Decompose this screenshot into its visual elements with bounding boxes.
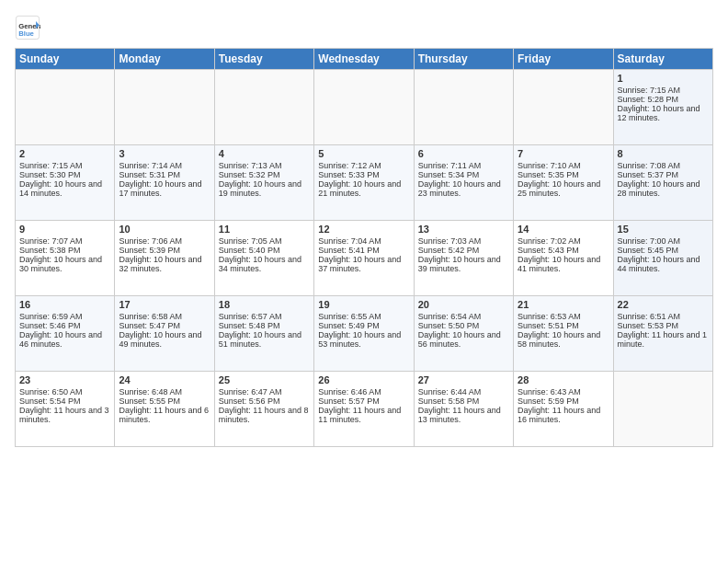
day-info: Daylight: 10 hours and 21 minutes. [318,179,409,198]
day-info: Sunset: 5:40 PM [219,246,310,255]
day-info: Sunset: 5:50 PM [418,321,509,330]
day-info: Daylight: 10 hours and 58 minutes. [518,330,609,349]
weekday-header-sunday: Sunday [16,49,115,70]
day-info: Daylight: 10 hours and 46 minutes. [19,330,110,349]
calendar-cell: 10Sunrise: 7:06 AMSunset: 5:39 PMDayligh… [115,221,214,296]
day-number: 12 [318,224,409,235]
calendar-week-0: 1Sunrise: 7:15 AMSunset: 5:28 PMDaylight… [16,70,713,145]
day-info: Sunrise: 6:54 AM [418,312,509,321]
day-info: Sunset: 5:41 PM [318,246,409,255]
day-info: Daylight: 11 hours and 13 minutes. [418,406,509,424]
day-info: Sunset: 5:51 PM [518,321,609,330]
day-info: Daylight: 11 hours and 8 minutes. [219,406,310,424]
calendar-week-1: 2Sunrise: 7:15 AMSunset: 5:30 PMDaylight… [16,145,713,221]
day-info: Sunrise: 7:02 AM [518,236,609,246]
calendar-cell [16,70,115,145]
day-number: 8 [618,148,709,159]
day-number: 23 [19,374,110,385]
calendar-cell: 4Sunrise: 7:13 AMSunset: 5:32 PMDaylight… [214,145,313,221]
day-info: Sunrise: 6:53 AM [518,312,609,321]
day-info: Sunset: 5:47 PM [119,321,210,330]
day-info: Sunrise: 6:46 AM [318,387,409,396]
day-info: Daylight: 10 hours and 44 minutes. [618,255,709,273]
weekday-header-saturday: Saturday [613,49,712,70]
calendar-cell: 5Sunrise: 7:12 AMSunset: 5:33 PMDaylight… [314,145,414,221]
day-info: Sunrise: 7:10 AM [518,161,609,170]
day-number: 1 [618,73,709,84]
day-number: 18 [219,299,310,310]
calendar-cell: 9Sunrise: 7:07 AMSunset: 5:38 PMDaylight… [16,221,115,296]
day-info: Daylight: 10 hours and 56 minutes. [418,330,509,349]
day-number: 28 [518,374,609,385]
day-info: Daylight: 10 hours and 17 minutes. [119,179,210,198]
day-number: 15 [618,224,709,235]
day-info: Sunrise: 7:15 AM [19,161,110,170]
calendar-cell: 8Sunrise: 7:08 AMSunset: 5:37 PMDaylight… [613,145,712,221]
day-number: 11 [219,224,310,235]
calendar-cell: 6Sunrise: 7:11 AMSunset: 5:34 PMDaylight… [414,145,513,221]
day-number: 2 [19,148,110,159]
day-info: Daylight: 11 hours and 1 minute. [618,330,709,349]
day-info: Sunrise: 6:44 AM [418,387,509,396]
day-info: Daylight: 10 hours and 53 minutes. [318,330,409,349]
calendar-cell: 12Sunrise: 7:04 AMSunset: 5:41 PMDayligh… [314,221,414,296]
day-info: Sunrise: 7:12 AM [318,161,409,170]
day-info: Daylight: 11 hours and 11 minutes. [318,406,409,424]
calendar-cell: 27Sunrise: 6:44 AMSunset: 5:58 PMDayligh… [414,372,513,447]
calendar-cell: 24Sunrise: 6:48 AMSunset: 5:55 PMDayligh… [115,372,214,447]
day-number: 26 [318,374,409,385]
day-number: 9 [19,224,110,235]
day-info: Sunrise: 6:58 AM [119,312,210,321]
day-info: Daylight: 10 hours and 23 minutes. [418,179,509,198]
calendar-cell [514,70,613,145]
calendar-week-3: 16Sunrise: 6:59 AMSunset: 5:46 PMDayligh… [16,296,713,372]
day-info: Sunset: 5:43 PM [518,246,609,255]
day-info: Sunrise: 6:43 AM [518,387,609,396]
day-info: Sunrise: 7:07 AM [19,236,110,246]
day-info: Sunset: 5:33 PM [318,170,409,179]
calendar-cell: 2Sunrise: 7:15 AMSunset: 5:30 PMDaylight… [16,145,115,221]
calendar-cell: 26Sunrise: 6:46 AMSunset: 5:57 PMDayligh… [314,372,414,447]
logo: General Blue [15,15,42,40]
day-number: 7 [518,148,609,159]
day-info: Daylight: 10 hours and 14 minutes. [19,179,110,198]
day-info: Daylight: 10 hours and 34 minutes. [219,255,310,273]
svg-text:Blue: Blue [18,29,34,38]
calendar-header-row: SundayMondayTuesdayWednesdayThursdayFrid… [16,49,713,70]
day-info: Sunset: 5:39 PM [119,246,210,255]
day-info: Sunrise: 7:15 AM [618,86,709,95]
calendar-cell [314,70,414,145]
day-info: Sunset: 5:54 PM [19,396,110,406]
day-info: Sunset: 5:30 PM [19,170,110,179]
calendar-cell [115,70,214,145]
header: General Blue [15,15,713,40]
day-info: Sunrise: 6:59 AM [19,312,110,321]
day-info: Daylight: 10 hours and 25 minutes. [518,179,609,198]
day-info: Daylight: 11 hours and 16 minutes. [518,406,609,424]
day-info: Daylight: 10 hours and 49 minutes. [119,330,210,349]
day-info: Sunset: 5:55 PM [119,396,210,406]
day-info: Daylight: 10 hours and 37 minutes. [318,255,409,273]
day-info: Daylight: 10 hours and 12 minutes. [618,104,709,122]
day-info: Sunrise: 7:03 AM [418,236,509,246]
calendar-cell: 28Sunrise: 6:43 AMSunset: 5:59 PMDayligh… [514,372,613,447]
day-info: Sunset: 5:31 PM [119,170,210,179]
day-info: Sunset: 5:34 PM [418,170,509,179]
calendar-cell: 11Sunrise: 7:05 AMSunset: 5:40 PMDayligh… [214,221,313,296]
day-info: Sunset: 5:32 PM [219,170,310,179]
day-number: 10 [119,224,210,235]
calendar-table: SundayMondayTuesdayWednesdayThursdayFrid… [15,48,713,447]
weekday-header-monday: Monday [115,49,214,70]
calendar-cell: 20Sunrise: 6:54 AMSunset: 5:50 PMDayligh… [414,296,513,372]
day-number: 14 [518,224,609,235]
day-info: Sunset: 5:45 PM [618,246,709,255]
day-info: Sunrise: 7:04 AM [318,236,409,246]
day-info: Sunset: 5:35 PM [518,170,609,179]
day-info: Daylight: 10 hours and 28 minutes. [618,179,709,198]
calendar-cell: 23Sunrise: 6:50 AMSunset: 5:54 PMDayligh… [16,372,115,447]
calendar-cell: 18Sunrise: 6:57 AMSunset: 5:48 PMDayligh… [214,296,313,372]
day-number: 25 [219,374,310,385]
calendar-cell: 17Sunrise: 6:58 AMSunset: 5:47 PMDayligh… [115,296,214,372]
calendar-cell: 25Sunrise: 6:47 AMSunset: 5:56 PMDayligh… [214,372,313,447]
day-number: 16 [19,299,110,310]
